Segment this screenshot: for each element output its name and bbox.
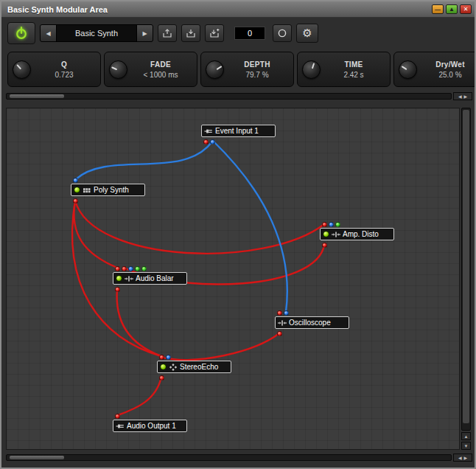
port-red-dot[interactable]	[115, 287, 120, 292]
port-red-dot[interactable]	[122, 266, 127, 271]
knob-pointer	[216, 66, 222, 70]
canvas-row: Event Input 1Poly SynthAmp. DistoAudio B…	[6, 108, 472, 450]
macro-value: 79.7 %	[224, 71, 290, 79]
hscroll-track[interactable]	[6, 454, 452, 461]
cable-stereoecho-to-oscilloscope[interactable]	[163, 333, 279, 360]
minimize-button[interactable]: —	[432, 4, 444, 14]
node-icon-wrap	[204, 128, 213, 135]
node-poly-synth[interactable]: Poly Synth	[71, 184, 145, 196]
scroll-right-icon[interactable]: ▶	[464, 94, 468, 99]
port-green-dot[interactable]	[335, 222, 340, 227]
hscroll-thumb[interactable]	[10, 456, 64, 459]
voice-counter-display: 0	[234, 27, 265, 40]
scroll-up-button[interactable]: ▲	[461, 432, 471, 440]
export-patch-button[interactable]	[158, 24, 177, 42]
led-indicator[interactable]	[116, 275, 122, 282]
vscroll-track[interactable]	[461, 108, 471, 431]
port-blue-dot[interactable]	[128, 266, 133, 271]
port-red-dot[interactable]	[203, 139, 209, 145]
port-green-dot[interactable]	[141, 266, 147, 271]
scroll-right-icon[interactable]: ▶	[464, 455, 468, 460]
knob-pointer	[111, 66, 117, 70]
inout-icon	[332, 231, 340, 238]
port-red-dot[interactable]	[277, 310, 282, 316]
inout-icon	[125, 275, 133, 282]
save-patch-button[interactable]	[205, 24, 224, 42]
preset-selector: ◀ Basic Synth ▶	[40, 24, 153, 42]
node-oscilloscope[interactable]: Oscilloscope	[275, 316, 349, 329]
title-bar[interactable]: Basic Synth Modular Area — ▲ ✕	[1, 1, 475, 18]
close-button[interactable]: ✕	[460, 4, 472, 14]
power-button[interactable]	[7, 22, 35, 44]
preset-name[interactable]: Basic Synth	[57, 25, 136, 41]
preset-prev-button[interactable]: ◀	[41, 25, 57, 41]
macro-text: Q0.723	[31, 60, 97, 79]
port-blue-dot[interactable]	[166, 355, 171, 360]
led-indicator[interactable]	[74, 187, 80, 193]
gear-icon: ⚙	[302, 27, 312, 40]
port-green-dot[interactable]	[135, 266, 140, 271]
save-icon	[209, 29, 220, 38]
macro-knob-depth[interactable]	[206, 60, 224, 79]
hscroll-track[interactable]	[6, 93, 452, 100]
macro-knob-fade[interactable]	[109, 60, 127, 79]
hscroll-thumb[interactable]	[10, 94, 64, 98]
synth-window: Basic Synth Modular Area — ▲ ✕ ◀ Basic S…	[0, 0, 476, 469]
preset-next-button[interactable]: ▶	[136, 25, 153, 41]
node-amp-disto[interactable]: Amp. Disto	[320, 228, 394, 240]
toolbar: ◀ Basic Synth ▶	[1, 18, 475, 49]
node-label: Audio Balar	[136, 274, 183, 282]
port-red-dot[interactable]	[277, 331, 282, 336]
canvas-hscrollbar-top: ◀ ▶	[6, 91, 472, 100]
port-red-dot[interactable]	[322, 243, 327, 248]
node-event-input-1[interactable]: Event Input 1	[201, 125, 276, 137]
macro-panel-q: Q0.723	[7, 52, 101, 87]
cable-stereoecho-to-audio-output-1[interactable]	[118, 377, 161, 415]
macro-knob-q[interactable]	[13, 60, 31, 79]
node-audio-balar[interactable]: Audio Balar	[113, 272, 187, 285]
macro-text: DEPTH79.7 %	[224, 60, 290, 79]
close-icon: ✕	[463, 6, 469, 13]
settings-button[interactable]: ⚙	[296, 24, 318, 43]
port-blue-dot[interactable]	[210, 139, 215, 145]
node-label: Audio Output 1	[127, 422, 183, 430]
capture-button[interactable]	[273, 24, 292, 42]
grid-icon	[83, 187, 91, 194]
scroll-left-icon[interactable]: ◀	[458, 455, 462, 460]
macro-knob-dry-wet[interactable]	[399, 60, 417, 79]
canvas-vscrollbar: ▲ ▼	[461, 108, 471, 450]
port-blue-dot[interactable]	[73, 178, 78, 183]
import-patch-button[interactable]	[181, 24, 200, 42]
port-red-dot[interactable]	[159, 355, 164, 360]
cable-audio-balar-to-stereoecho[interactable]	[117, 289, 161, 356]
port-red-dot[interactable]	[73, 198, 78, 204]
node-label: Oscilloscope	[289, 319, 346, 327]
port-red-dot[interactable]	[115, 414, 120, 419]
port-red-dot[interactable]	[159, 375, 164, 381]
ring-icon	[277, 28, 287, 38]
port-red-dot[interactable]	[322, 222, 327, 227]
macro-label: Q	[31, 60, 97, 69]
scroll-down-icon: ▼	[464, 444, 469, 448]
port-blue-dot[interactable]	[284, 310, 289, 316]
cable-event-input-1-to-oscilloscope[interactable]	[214, 142, 287, 312]
scroll-left-icon[interactable]: ◀	[458, 94, 462, 99]
macro-knob-time[interactable]	[302, 60, 321, 79]
node-audio-output-1[interactable]: Audio Output 1	[113, 420, 187, 432]
node-label: Poly Synth	[94, 186, 141, 194]
cable-poly-synth-to-amp-disto[interactable]	[75, 201, 324, 254]
modular-canvas[interactable]: Event Input 1Poly SynthAmp. DistoAudio B…	[6, 108, 460, 450]
minimize-icon: —	[435, 6, 441, 13]
port-blue-dot[interactable]	[329, 222, 334, 227]
macro-label: TIME	[321, 60, 387, 69]
scroll-down-button[interactable]: ▼	[461, 442, 471, 450]
macro-value: 2.42 s	[321, 71, 387, 79]
led-indicator[interactable]	[323, 231, 329, 237]
maximize-button[interactable]: ▲	[446, 4, 458, 14]
node-stereoecho[interactable]: StereoEcho	[157, 361, 231, 373]
vscroll-thumb[interactable]	[463, 110, 469, 423]
led-indicator[interactable]	[160, 364, 167, 370]
macro-label: DEPTH	[224, 60, 290, 69]
port-red-dot[interactable]	[115, 266, 120, 271]
cable-event-input-1-to-poly-synth[interactable]	[76, 142, 212, 179]
